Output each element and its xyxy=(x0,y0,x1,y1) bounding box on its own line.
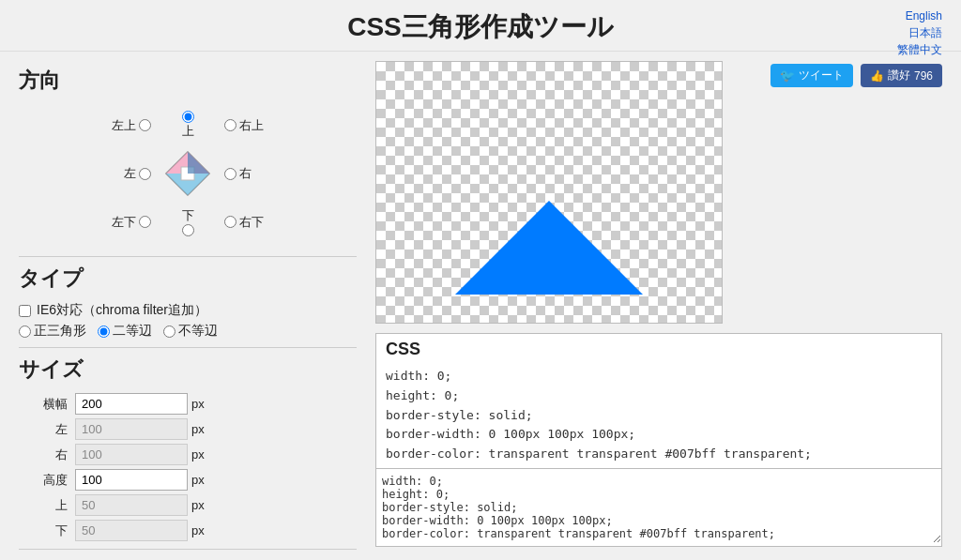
dir-topleft-label[interactable]: 左上 xyxy=(106,114,157,137)
right-panel: CSS width: 0; height: 0; border-style: s… xyxy=(375,61,942,560)
css-line-1: width: 0; xyxy=(386,367,932,386)
css-output-area: CSS width: 0; height: 0; border-style: s… xyxy=(375,333,942,547)
css-line-3: border-style: solid; xyxy=(386,406,932,426)
diamond-icon xyxy=(164,150,211,197)
dir-right-label[interactable]: 右 xyxy=(219,162,269,185)
dir-topleft-text: 左上 xyxy=(112,117,136,134)
ie6-label[interactable]: IE6対応（chroma filter追加） xyxy=(37,302,207,319)
size-label-top: 上 xyxy=(19,497,75,514)
dir-up-label[interactable]: 上 xyxy=(164,108,211,143)
like-button[interactable]: 👍 讚好 796 xyxy=(861,64,942,87)
dir-topright-radio[interactable] xyxy=(224,119,236,131)
css-line-4: border-width: 0 100px 100px 100px; xyxy=(386,425,932,445)
size-input-height[interactable] xyxy=(75,469,188,491)
dir-topleft-radio[interactable] xyxy=(139,119,151,131)
size-unit-left: px xyxy=(191,422,205,436)
size-title: サイズ xyxy=(19,356,357,384)
dir-up-text: 上 xyxy=(182,123,194,140)
dir-bottomright-label[interactable]: 右下 xyxy=(219,211,269,234)
direction-section: 方向 左上 上 xyxy=(19,67,357,249)
css-line-2: height: 0; xyxy=(386,386,932,406)
type-scalene-text: 不等辺 xyxy=(178,323,218,340)
type-isosceles-radio[interactable] xyxy=(98,325,110,338)
svg-marker-6 xyxy=(188,152,209,174)
css-output-header: CSS xyxy=(376,334,941,363)
size-input-top[interactable] xyxy=(75,494,188,516)
direction-grid: 左上 上 xyxy=(102,104,273,243)
size-input-left[interactable] xyxy=(75,418,188,440)
header: CSS三角形作成ツール English 日本語 繁體中文 🐦 ツイート 👍 讚好… xyxy=(0,0,961,52)
dir-topright-text: 右上 xyxy=(239,117,264,134)
dir-topright-label[interactable]: 右上 xyxy=(219,114,269,137)
dir-up-radio[interactable] xyxy=(182,111,194,123)
size-section: サイズ 横幅 px 左 px 右 px 高度 px 上 xyxy=(19,356,357,541)
main-content: 方向 左上 上 xyxy=(0,52,961,560)
size-row-right: 右 px xyxy=(19,444,357,465)
type-equilateral-text: 正三角形 xyxy=(34,323,86,340)
dir-bottomleft-label[interactable]: 左下 xyxy=(106,211,157,234)
header-right: English 日本語 繁體中文 🐦 ツイート 👍 讚好 796 xyxy=(770,8,942,87)
ie6-checkbox[interactable] xyxy=(19,305,31,317)
english-link[interactable]: English xyxy=(906,8,942,24)
type-title: タイプ xyxy=(19,265,357,293)
dir-down-text: 下 xyxy=(182,207,194,224)
divider-2 xyxy=(19,347,357,348)
type-isosceles-label[interactable]: 二等辺 xyxy=(98,323,152,340)
css-line-5: border-color: transparent transparent #0… xyxy=(386,445,932,464)
type-scalene-label[interactable]: 不等辺 xyxy=(163,323,218,340)
size-label-width: 横幅 xyxy=(19,396,75,413)
size-row-width: 横幅 px xyxy=(19,393,357,415)
size-input-right[interactable] xyxy=(75,444,188,465)
japanese-link[interactable]: 日本語 xyxy=(908,24,942,41)
type-radio-row: 正三角形 二等辺 不等辺 xyxy=(19,323,357,340)
dir-right-text: 右 xyxy=(239,165,252,182)
center-diamond xyxy=(164,150,211,197)
dir-down-label[interactable]: 下 xyxy=(164,204,211,239)
preview-area xyxy=(375,61,723,324)
size-unit-bottom: px xyxy=(191,523,205,537)
size-label-bottom: 下 xyxy=(19,522,75,539)
size-row-top: 上 px xyxy=(19,494,357,516)
dir-bottomleft-text: 左下 xyxy=(112,214,136,231)
thumbsup-icon: 👍 xyxy=(870,69,884,83)
dir-down-radio[interactable] xyxy=(182,224,194,236)
dir-right-radio[interactable] xyxy=(224,168,236,180)
tweet-button[interactable]: 🐦 ツイート xyxy=(770,64,853,87)
size-input-width[interactable] xyxy=(75,393,188,415)
header-buttons: 🐦 ツイート 👍 讚好 796 xyxy=(770,64,942,87)
size-label-right: 右 xyxy=(19,446,75,463)
size-label-left: 左 xyxy=(19,421,75,438)
type-isosceles-text: 二等辺 xyxy=(113,323,152,340)
direction-title: 方向 xyxy=(19,67,357,95)
size-label-height: 高度 xyxy=(19,472,75,489)
size-row-left: 左 px xyxy=(19,418,357,440)
type-equilateral-radio[interactable] xyxy=(19,325,31,338)
css-output-text: width: 0; height: 0; border-style: solid… xyxy=(376,363,941,468)
dir-bottomright-radio[interactable] xyxy=(224,216,236,228)
left-panel: 方向 左上 上 xyxy=(19,61,375,560)
size-input-bottom[interactable] xyxy=(75,520,188,541)
dir-left-label[interactable]: 左 xyxy=(106,162,157,185)
dir-left-radio[interactable] xyxy=(139,168,151,180)
css-output-textarea[interactable]: width: 0; height: 0; border-style: solid… xyxy=(376,468,941,543)
divider-3 xyxy=(19,549,357,550)
divider-1 xyxy=(19,256,357,257)
type-scalene-radio[interactable] xyxy=(163,325,175,338)
dir-left-text: 左 xyxy=(124,165,136,182)
chinese-link[interactable]: 繁體中文 xyxy=(897,41,942,58)
language-links: English 日本語 繁體中文 xyxy=(897,8,942,58)
dir-bottomright-text: 右下 xyxy=(239,214,264,231)
size-unit-width: px xyxy=(191,397,205,411)
triangle-preview xyxy=(455,201,643,295)
size-unit-top: px xyxy=(191,498,205,512)
size-unit-height: px xyxy=(191,473,205,487)
size-row-bottom: 下 px xyxy=(19,520,357,541)
tweet-label: ツイート xyxy=(799,68,844,83)
size-row-height: 高度 px xyxy=(19,469,357,491)
type-equilateral-label[interactable]: 正三角形 xyxy=(19,323,86,340)
like-label: 讚好 xyxy=(888,68,910,83)
size-unit-right: px xyxy=(191,447,205,462)
twitter-icon: 🐦 xyxy=(780,68,795,83)
dir-bottomleft-radio[interactable] xyxy=(139,216,151,228)
type-section: タイプ IE6対応（chroma filter追加） 正三角形 二等辺 不等辺 xyxy=(19,265,357,340)
